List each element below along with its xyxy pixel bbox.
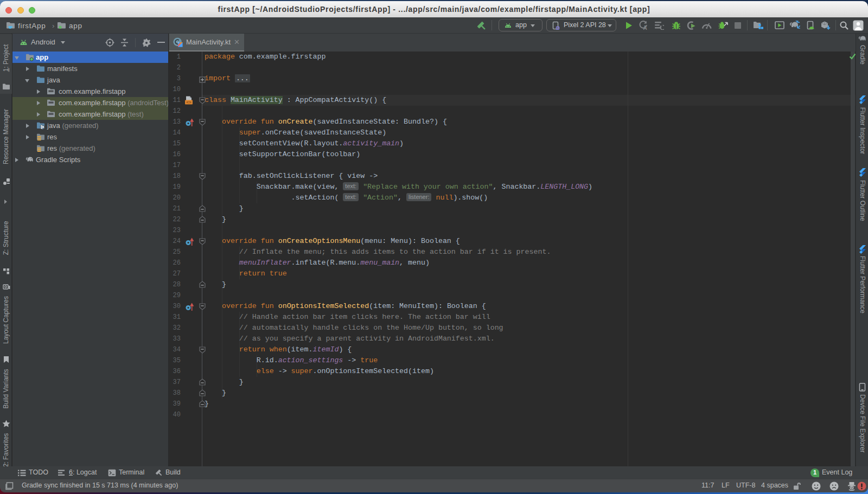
svg-text:<>: <> (186, 100, 192, 105)
svg-text:A: A (643, 25, 647, 30)
